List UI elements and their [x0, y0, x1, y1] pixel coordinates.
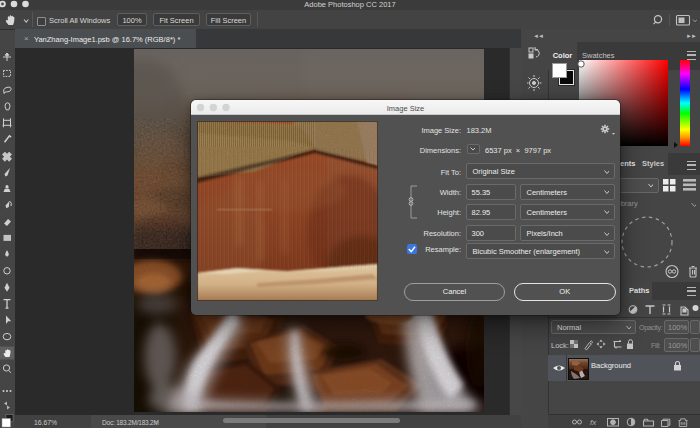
svg-text:fx: fx: [590, 418, 597, 427]
